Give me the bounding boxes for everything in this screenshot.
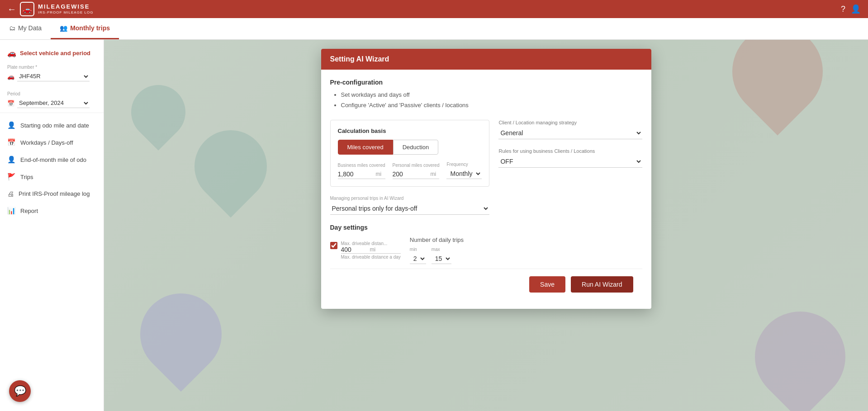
tab-monthly-trips[interactable]: 👥 Monthly trips (51, 18, 119, 39)
business-miles-input[interactable] (338, 170, 374, 179)
setting-ai-wizard-dialog: Setting AI Wizard Pre-configuration Set … (321, 49, 651, 309)
sidebar-item-workdays[interactable]: 📅 Workdays / Days-off (0, 134, 104, 151)
vehicle-icon: 🚗 (7, 49, 16, 57)
chat-button[interactable]: 💬 (9, 380, 31, 402)
dialog-title: Setting AI Wizard (330, 55, 389, 63)
sidebar-item-report[interactable]: 📊 Report (0, 202, 104, 219)
sidebar-divider-1 (0, 113, 104, 113)
sidebar-item-end-of-month[interactable]: 👤 End-of-month mile of odo (0, 151, 104, 168)
frequency-field: Frequency Monthly Weekly Daily (446, 162, 482, 179)
starting-odo-label: Starting odo mile and date (20, 122, 89, 129)
max-label: max (432, 247, 451, 252)
preconfiguration-list: Set workdays and days off Configure 'Act… (330, 90, 642, 111)
help-button[interactable]: ? (841, 5, 845, 14)
max-select[interactable]: 15 10 12 20 25 (432, 254, 451, 264)
run-ai-wizard-button[interactable]: Run AI Wizard (571, 276, 633, 293)
dialog-body: Pre-configuration Set workdays and days … (321, 70, 651, 309)
app-header: ← 🚗 MILEAGEWISE IRS-PROOF MILEAGE LOG ? … (0, 0, 868, 18)
app-logo: 🚗 MILEAGEWISE IRS-PROOF MILEAGE LOG (20, 2, 93, 16)
sidebar-item-print[interactable]: 🖨 Print IRS-Proof mileage log (0, 185, 104, 202)
frequency-select-wrapper: Monthly Weekly Daily (446, 169, 482, 179)
workdays-label: Workdays / Days-off (20, 139, 73, 146)
user-button[interactable]: 👤 (851, 4, 861, 14)
save-button[interactable]: Save (529, 276, 565, 293)
sidebar-item-starting-odo[interactable]: 👤 Starting odo mile and date (0, 117, 104, 134)
business-miles-input-wrapper: mi (338, 170, 385, 179)
period-value: 📅 September, 2024 (0, 97, 104, 109)
plate-number-value: 🚗 JHF45R (0, 71, 104, 82)
max-driveable-input[interactable] (341, 246, 368, 253)
dialog-right-col: Client / Location managing strategy Gene… (498, 120, 642, 215)
preconfiguration-section: Pre-configuration Set workdays and days … (330, 79, 642, 111)
dialog-two-col: Calculation basis Miles covered Deductio… (330, 120, 642, 215)
logo-sub: IRS-PROOF MILEAGE LOG (38, 10, 93, 15)
minmax-row: min 2 1 3 4 5 (410, 247, 464, 264)
max-driveable-group: Max. driveable distan... mi Max. driveab… (330, 241, 401, 260)
min-select[interactable]: 2 1 3 4 5 (410, 254, 426, 264)
sidebar-item-select-vehicle[interactable]: 🚗 Select vehicle and period (0, 45, 104, 61)
rules-select[interactable]: OFF ON (498, 156, 642, 167)
header-left: ← 🚗 MILEAGEWISE IRS-PROOF MILEAGE LOG (7, 2, 93, 16)
personal-miles-input[interactable] (393, 170, 429, 179)
report-label: Report (20, 208, 38, 214)
max-driveable-unit: mi (370, 246, 376, 253)
managing-trips-section: Managing personal trips in AI Wizard Per… (330, 196, 490, 215)
min-group: min 2 1 3 4 5 (410, 247, 426, 264)
managing-trips-label: Managing personal trips in AI Wizard (330, 196, 490, 201)
plate-number-select[interactable]: JHF45R (17, 71, 90, 81)
calendar-icon: 📅 (7, 100, 14, 107)
workdays-icon: 📅 (7, 138, 16, 146)
managing-trips-select[interactable]: Personal trips only for days-off Allow p… (330, 203, 490, 214)
rules-label: Rules for using business Clients / Locat… (498, 148, 642, 154)
logo-main: MILEAGEWISE (38, 3, 93, 10)
header-right: ? 👤 (841, 4, 861, 14)
preconfiguration-title: Pre-configuration (330, 79, 642, 86)
frequency-label: Frequency (446, 162, 482, 167)
max-driveable-note: Max. driveable distance a day (341, 255, 401, 260)
strategy-select-wrapper: General Specific (498, 127, 642, 139)
plate-icon: 🚗 (7, 73, 14, 80)
business-miles-field: Business miles covered mi (338, 163, 385, 179)
modal-overlay: Setting AI Wizard Pre-configuration Set … (104, 40, 868, 411)
calc-basis-title: Calculation basis (338, 128, 482, 134)
business-miles-unit: mi (376, 171, 382, 177)
period-label: Period (0, 88, 104, 97)
main-layout: 🚗 Select vehicle and period Plate number… (0, 40, 868, 411)
monthly-trips-icon: 👥 (60, 24, 67, 32)
dialog-footer: Save Run AI Wizard (330, 269, 642, 300)
starting-odo-icon: 👤 (7, 121, 16, 129)
tab-my-data-label: My Data (18, 24, 42, 32)
calc-tab-miles-covered[interactable]: Miles covered (338, 140, 393, 155)
logo-icon: 🚗 (20, 2, 34, 16)
max-group: max 15 10 12 20 25 (432, 247, 451, 264)
trips-icon: 🚩 (7, 173, 16, 181)
max-driveable-label: Max. driveable distan... (341, 241, 401, 246)
sidebar-item-trips[interactable]: 🚩 Trips (0, 168, 104, 185)
my-data-icon: 🗂 (9, 24, 15, 32)
day-settings-section: Day settings Max. driveable distan... mi (330, 224, 642, 264)
dialog-left-col: Calculation basis Miles covered Deductio… (330, 120, 490, 215)
tab-monthly-trips-label: Monthly trips (70, 24, 110, 32)
frequency-select[interactable]: Monthly Weekly Daily (446, 169, 482, 179)
tabs-bar: 🗂 My Data 👥 Monthly trips (0, 18, 868, 40)
end-of-month-icon: 👤 (7, 156, 16, 164)
calc-tab-deduction[interactable]: Deduction (393, 140, 439, 155)
period-select[interactable]: September, 2024 (17, 98, 90, 108)
calc-basis-tabs: Miles covered Deduction (338, 140, 482, 155)
strategy-label: Client / Location managing strategy (498, 120, 642, 125)
logo-text: MILEAGEWISE IRS-PROOF MILEAGE LOG (38, 3, 93, 14)
daily-trips-group: Number of daily trips min 2 1 3 4 (410, 236, 464, 264)
plate-number-label: Plate number * (0, 61, 104, 71)
tab-my-data[interactable]: 🗂 My Data (0, 18, 51, 39)
business-miles-label: Business miles covered (338, 163, 385, 168)
strategy-select[interactable]: General Specific (498, 127, 642, 139)
personal-miles-field: Personal miles covered mi (393, 163, 440, 179)
back-button[interactable]: ← (7, 4, 16, 14)
content-area: Setting AI Wizard Pre-configuration Set … (104, 40, 868, 411)
calculation-basis-card: Calculation basis Miles covered Deductio… (330, 120, 490, 187)
max-driveable-value-wrapper: mi (341, 246, 401, 254)
daily-trips-label: Number of daily trips (410, 236, 464, 243)
max-driveable-checkbox[interactable] (330, 242, 337, 249)
dialog-header: Setting AI Wizard (321, 49, 651, 70)
personal-miles-label: Personal miles covered (393, 163, 440, 168)
